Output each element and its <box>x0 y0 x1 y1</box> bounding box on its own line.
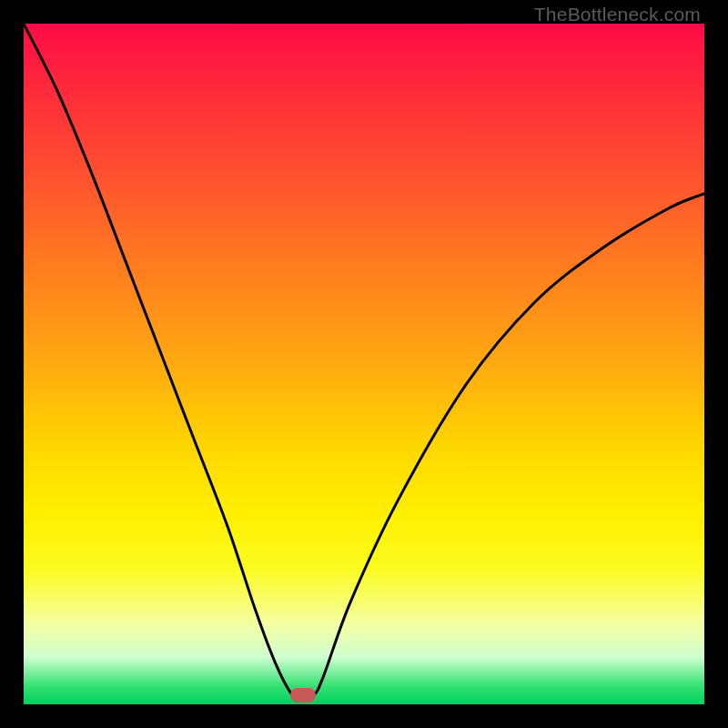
watermark-text: TheBottleneck.com <box>534 4 701 25</box>
plot-area <box>24 24 704 704</box>
optimum-marker <box>290 688 316 703</box>
bottleneck-curve <box>24 24 704 698</box>
outer-frame: TheBottleneck.com <box>0 0 728 728</box>
curve-svg <box>24 24 704 704</box>
